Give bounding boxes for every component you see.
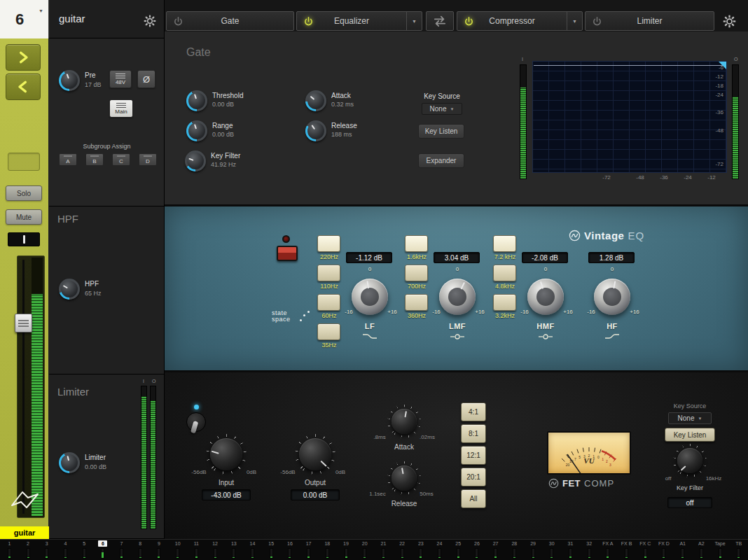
- eq-hmf-freq-3k2-button[interactable]: [493, 294, 516, 311]
- rail-channel-12[interactable]: 12: [206, 540, 225, 560]
- pre-gain-knob[interactable]: [59, 70, 80, 91]
- rail-channel-7[interactable]: 7: [112, 540, 131, 560]
- rail-channel-26[interactable]: 26: [468, 540, 487, 560]
- comp-key-listen-button[interactable]: Key Listen: [665, 428, 715, 442]
- rail-channel-11[interactable]: 11: [187, 540, 206, 560]
- rail-channel-20[interactable]: 20: [355, 540, 374, 560]
- hpf-knob[interactable]: [59, 279, 80, 300]
- rail-channel-23[interactable]: 23: [411, 540, 430, 560]
- rail-channel-FX C[interactable]: FX C: [636, 540, 655, 560]
- eq-lmf-freq-1k6-button[interactable]: [405, 235, 428, 252]
- comp-ratio-all-button[interactable]: All: [461, 489, 486, 508]
- rail-channel-Tape[interactable]: Tape: [711, 540, 730, 560]
- comp-key-source-dropdown[interactable]: None ▼: [668, 412, 712, 424]
- rail-channel-16[interactable]: 16: [281, 540, 300, 560]
- rail-channel-FX B[interactable]: FX B: [617, 540, 636, 560]
- rail-channel-21[interactable]: 21: [374, 540, 393, 560]
- tab-compressor[interactable]: Compressor ▼: [457, 11, 583, 31]
- phase-invert-button[interactable]: Ø: [137, 70, 155, 88]
- gate-graph[interactable]: -6 -12 -18 -24 -36 -48 -72: [532, 61, 727, 173]
- rail-channel-18[interactable]: 18: [318, 540, 337, 560]
- eq-lf-freq-110-button[interactable]: [317, 265, 340, 281]
- rail-channel-TB[interactable]: TB: [729, 540, 748, 560]
- rail-channel-5[interactable]: 5: [75, 540, 94, 560]
- comp-input-knob[interactable]: [210, 438, 242, 470]
- channel-number-box[interactable]: 6 ▼: [0, 0, 49, 38]
- processing-settings-gear-icon[interactable]: [719, 12, 740, 30]
- channel-color-box[interactable]: [8, 153, 40, 171]
- tab-gate[interactable]: Gate: [166, 11, 294, 31]
- subgroup-d-button[interactable]: D: [139, 153, 157, 166]
- channel-number-caret-icon[interactable]: ▼: [39, 8, 43, 13]
- gate-threshold-knob[interactable]: [186, 90, 207, 111]
- gate-attack-knob[interactable]: [305, 90, 326, 111]
- comp-ratio-12-1-button[interactable]: 12:1: [461, 446, 486, 465]
- rail-channel-32[interactable]: 32: [580, 540, 599, 560]
- eq-lf-freq-35-button[interactable]: [317, 323, 340, 340]
- comp-attack-knob[interactable]: [392, 409, 417, 434]
- rail-channel-4[interactable]: 4: [56, 540, 75, 560]
- equalizer-menu-caret-icon[interactable]: ▼: [406, 12, 422, 30]
- eq-lf-freq-220-button[interactable]: [317, 235, 340, 252]
- comp-ratio-20-1-button[interactable]: 20:1: [461, 468, 486, 486]
- comp-ratio-4-1-button[interactable]: 4:1: [461, 402, 486, 421]
- rail-channel-15[interactable]: 15: [262, 540, 281, 560]
- gate-range-knob[interactable]: [186, 120, 207, 141]
- gate-expander-button[interactable]: Expander: [418, 153, 464, 168]
- subgroup-b-button[interactable]: B: [85, 153, 104, 166]
- main-assign-button[interactable]: Main: [109, 99, 133, 118]
- subgroup-c-button[interactable]: C: [112, 153, 130, 166]
- channel-settings-gear-icon[interactable]: [141, 13, 158, 29]
- fader-handle[interactable]: [15, 314, 32, 332]
- rail-channel-2[interactable]: 2: [19, 540, 38, 560]
- rail-channel-29[interactable]: 29: [524, 540, 543, 560]
- comp-keyfilter-knob[interactable]: [677, 448, 702, 473]
- rail-channel-3[interactable]: 3: [37, 540, 56, 560]
- compressor-menu-caret-icon[interactable]: ▼: [567, 12, 582, 30]
- rail-channel-10[interactable]: 10: [168, 540, 187, 560]
- rail-channel-22[interactable]: 22: [393, 540, 412, 560]
- eq-lmf-freq-700-button[interactable]: [405, 265, 428, 281]
- rail-channel-17[interactable]: 17: [299, 540, 318, 560]
- tab-limiter[interactable]: Limiter: [585, 11, 714, 31]
- rail-channel-9[interactable]: 9: [150, 540, 169, 560]
- gate-key-source-dropdown[interactable]: None ▼: [422, 103, 462, 115]
- rail-channel-30[interactable]: 30: [542, 540, 561, 560]
- rail-channel-FX A[interactable]: FX A: [599, 540, 618, 560]
- gate-keyfilter-knob[interactable]: [185, 150, 206, 172]
- mute-button[interactable]: Mute: [6, 209, 42, 225]
- rail-channel-27[interactable]: 27: [486, 540, 505, 560]
- comp-output-knob[interactable]: [299, 438, 331, 470]
- rail-channel-14[interactable]: 14: [243, 540, 262, 560]
- rail-channel-A1[interactable]: A1: [673, 540, 692, 560]
- comp-power-toggle[interactable]: [186, 412, 206, 432]
- pan-control[interactable]: [8, 232, 40, 246]
- solo-button[interactable]: Solo: [6, 186, 42, 201]
- eq-power-switch[interactable]: [277, 246, 298, 261]
- eq-lmf-freq-360-button[interactable]: [405, 294, 428, 311]
- rail-channel-31[interactable]: 31: [561, 540, 580, 560]
- phantom-48v-button[interactable]: 48V: [109, 70, 132, 88]
- comp-ratio-8-1-button[interactable]: 8:1: [461, 424, 486, 443]
- gate-release-knob[interactable]: [305, 120, 326, 141]
- limiter-knob[interactable]: [59, 452, 80, 473]
- rail-channel-19[interactable]: 19: [337, 540, 356, 560]
- tab-equalizer[interactable]: Equalizer ▼: [296, 11, 422, 31]
- rail-channel-25[interactable]: 25: [449, 540, 468, 560]
- rail-channel-24[interactable]: 24: [430, 540, 449, 560]
- eq-hmf-freq-4k8-button[interactable]: [493, 265, 516, 281]
- swap-order-button[interactable]: [426, 11, 454, 31]
- subgroup-a-button[interactable]: A: [59, 153, 77, 166]
- prev-channel-button[interactable]: [6, 74, 41, 100]
- rail-channel-FX D[interactable]: FX D: [655, 540, 674, 560]
- eq-lf-freq-60-button[interactable]: [317, 294, 340, 311]
- eq-hmf-freq-7k2-button[interactable]: [493, 235, 516, 252]
- rail-channel-8[interactable]: 8: [131, 540, 150, 560]
- comp-release-knob[interactable]: [392, 465, 417, 491]
- channel-name-tag[interactable]: guitar: [0, 526, 49, 539]
- rail-channel-A2[interactable]: A2: [692, 540, 711, 560]
- gate-key-listen-button[interactable]: Key Listen: [418, 124, 464, 139]
- rail-channel-1[interactable]: 1: [0, 540, 19, 560]
- rail-channel-28[interactable]: 28: [505, 540, 524, 560]
- next-channel-button[interactable]: [6, 44, 41, 71]
